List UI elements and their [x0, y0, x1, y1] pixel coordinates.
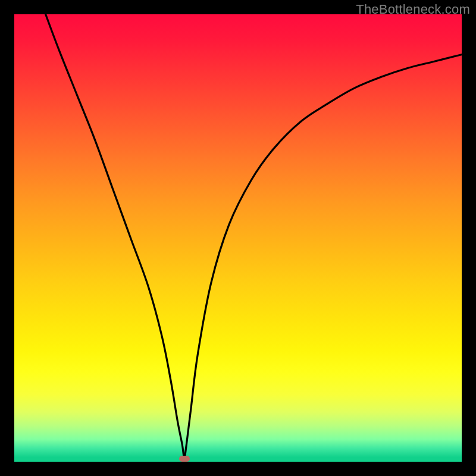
chart-frame: TheBottleneck.com — [0, 0, 476, 476]
chart-plot-area — [14, 14, 462, 462]
minimum-marker — [179, 456, 190, 462]
attribution-text: TheBottleneck.com — [356, 2, 470, 17]
bottleneck-curve — [14, 14, 462, 462]
